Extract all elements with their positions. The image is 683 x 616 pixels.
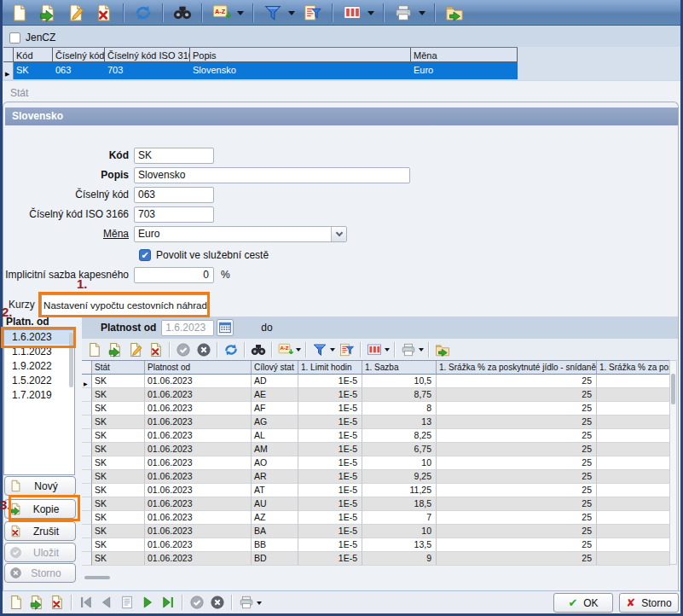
edit-document-button[interactable] — [65, 2, 86, 24]
rates-sort-caret[interactable] — [296, 348, 301, 354]
storno-button[interactable]: Storno — [619, 593, 679, 613]
print-dropdown-caret[interactable] — [419, 11, 425, 19]
rates-accept-button[interactable] — [174, 340, 192, 358]
rates-columns-caret[interactable] — [385, 348, 390, 354]
filter-button[interactable] — [262, 2, 283, 24]
rates-filter-caret[interactable] — [330, 348, 335, 354]
kod-field[interactable] — [134, 148, 214, 164]
zrusit-button[interactable]: Zrušit — [4, 521, 76, 541]
ok-button[interactable]: OK — [553, 593, 613, 613]
rates-open-button[interactable] — [106, 340, 124, 358]
mena-field[interactable] — [134, 226, 347, 242]
jencz-label: JenCZ — [26, 32, 55, 44]
kapesne-field[interactable] — [134, 267, 214, 283]
sort-dropdown-caret[interactable] — [237, 11, 244, 19]
rates-horizontal-scrollbar-thumb[interactable] — [84, 576, 110, 579]
jencz-checkbox[interactable] — [9, 32, 20, 44]
open-document-button[interactable] — [37, 2, 58, 24]
column-header-kod[interactable]: Kód — [14, 48, 53, 62]
rates-edit-button[interactable] — [126, 340, 144, 358]
table-row[interactable]: SK 01.06.2023 AZ 1E-5 7 25 — [82, 511, 670, 525]
table-row[interactable]: SK 01.06.2023 AL 1E-5 8,25 25 — [82, 429, 670, 443]
column-header-ciselny-kod[interactable]: Číselný kód — [53, 48, 105, 62]
nav-next-button[interactable] — [138, 594, 156, 612]
mena-label[interactable]: Měna — [3, 228, 134, 240]
column-header-iso[interactable]: Číselný kód ISO 3166 — [105, 48, 190, 62]
rates-vertical-scrollbar[interactable] — [669, 360, 677, 565]
footer-open-button[interactable] — [27, 594, 45, 612]
rates-print-caret[interactable] — [419, 348, 424, 354]
table-row[interactable]: SK 01.06.2023 BB 1E-5 13,5 25 — [82, 538, 670, 552]
column-header-popis[interactable]: Popis — [190, 48, 411, 62]
nav-last-button[interactable] — [159, 594, 177, 612]
table-row[interactable]: SK 01.06.2023 AE 1E-5 8,75 25 — [82, 388, 670, 402]
footer-print-caret[interactable] — [257, 601, 262, 607]
cell-stat: SK — [92, 375, 145, 388]
columns-button[interactable] — [341, 2, 362, 24]
print-button[interactable] — [392, 2, 414, 24]
rates-sort-button[interactable] — [276, 340, 294, 358]
table-row[interactable]: SK 01.06.2023 AU 1E-5 18,5 25 — [82, 497, 670, 511]
column-header-mena[interactable]: Měna — [411, 48, 518, 62]
footer-print-button[interactable] — [237, 594, 255, 612]
nav-first-button[interactable] — [77, 594, 95, 612]
popis-field[interactable] — [134, 167, 410, 183]
footer-cancel-button[interactable] — [208, 594, 226, 612]
column-header-limit-hodin[interactable]: 1. Limit hodin — [298, 361, 362, 375]
refresh-button[interactable] — [132, 2, 153, 24]
povolit-checkbox[interactable] — [139, 249, 151, 261]
search-button[interactable] — [171, 2, 193, 24]
validity-date-item[interactable]: 1.5.2022 — [4, 374, 74, 388]
footer-accept-button[interactable] — [188, 594, 205, 612]
table-row[interactable]: SK 01.06.2023 AD 1E-5 10,5 25 — [82, 375, 670, 388]
tab-kurzy[interactable]: Kurzy — [9, 299, 35, 311]
column-header-cilovy-stat[interactable]: Cílový stat — [252, 361, 298, 375]
mena-dropdown-button[interactable] — [331, 227, 346, 241]
export-button[interactable] — [443, 2, 465, 24]
rates-export-button[interactable] — [433, 340, 451, 358]
table-row[interactable]: SK 01.06.2023 AF 1E-5 8 25 — [82, 402, 670, 416]
rates-new-button[interactable] — [85, 340, 103, 358]
nav-previous-button[interactable] — [97, 594, 115, 612]
column-header-stat[interactable]: Stát — [92, 361, 145, 375]
rates-filter-button[interactable] — [310, 340, 328, 358]
delete-document-button[interactable] — [93, 2, 114, 24]
column-header-platnost-od[interactable]: Platnost od — [145, 361, 252, 375]
new-document-button[interactable] — [9, 2, 30, 24]
column-header-srazka-snidane[interactable]: 1. Srážka % za poskytnuté jídlo - snídan… — [437, 361, 597, 375]
columns-dropdown-caret[interactable] — [368, 11, 374, 19]
column-header-srazka-dalsi[interactable]: 1. Srážka % za pos — [597, 361, 670, 375]
rates-columns-button[interactable] — [365, 340, 383, 358]
validity-list-header[interactable]: Platn. od — [6, 316, 49, 328]
rates-print-button[interactable] — [399, 340, 417, 358]
table-row[interactable]: SK 01.06.2023 BD 1E-5 9 25 — [82, 552, 670, 566]
validity-date-item[interactable]: 1.9.2022 — [4, 359, 74, 374]
rates-cancel-button[interactable] — [194, 340, 212, 358]
rates-filter-list-button[interactable] — [338, 340, 356, 358]
iso-field[interactable] — [134, 206, 214, 223]
filter-list-button[interactable] — [302, 2, 323, 24]
rates-delete-button[interactable] — [147, 340, 165, 358]
table-row[interactable]: SK 01.06.2023 AG 1E-5 13 25 — [82, 416, 670, 429]
table-row[interactable]: SK 01.06.2023 BA 1E-5 10 25 — [82, 525, 670, 538]
filter-dropdown-caret[interactable] — [288, 11, 295, 19]
footer-new-button[interactable] — [7, 594, 25, 612]
sort-az-button[interactable] — [211, 2, 232, 24]
validity-date-item[interactable]: 1.7.2019 — [4, 388, 74, 403]
rates-refresh-button[interactable] — [222, 340, 240, 358]
table-row[interactable]: SK 01.06.2023 AO 1E-5 10 25 — [82, 456, 670, 470]
tab-stat[interactable]: Stát — [10, 87, 28, 99]
table-row[interactable]: SK 01.06.2023 AT 1E-5 11,25 25 — [82, 484, 670, 497]
novy-button[interactable]: Nový — [4, 476, 76, 496]
scrollbar-thumb[interactable] — [671, 374, 675, 404]
table-row[interactable]: SK 01.06.2023 AM 1E-5 6,75 25 — [82, 443, 670, 456]
table-row[interactable]: SK 01.06.2023 AR 1E-5 9,25 25 — [82, 470, 670, 484]
record-list-button[interactable] — [118, 594, 136, 612]
column-header-sazba[interactable]: 1. Sazba — [362, 361, 437, 375]
ciselny-kod-field[interactable] — [134, 187, 214, 203]
footer-delete-button[interactable] — [48, 594, 66, 612]
platnost-od-field[interactable] — [161, 320, 214, 336]
rates-search-button[interactable] — [249, 340, 267, 358]
country-row-selected[interactable]: SK 063 703 Slovensko Euro — [3, 62, 518, 79]
calendar-button[interactable] — [217, 319, 234, 336]
